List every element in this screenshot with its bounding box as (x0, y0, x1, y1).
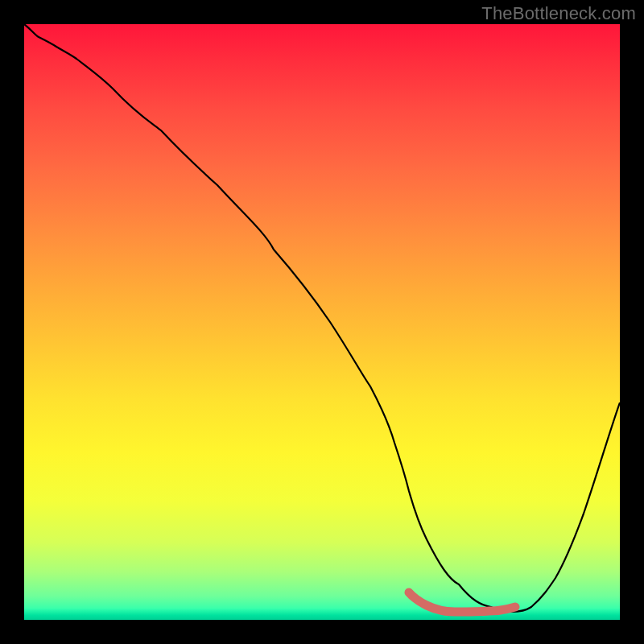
attribution-label: TheBottleneck.com (481, 3, 636, 24)
chart-container: TheBottleneck.com (0, 0, 644, 644)
chart-svg (24, 24, 620, 620)
plot-area (24, 24, 620, 620)
main-curve-path (24, 24, 620, 612)
highlight-path (409, 592, 515, 612)
